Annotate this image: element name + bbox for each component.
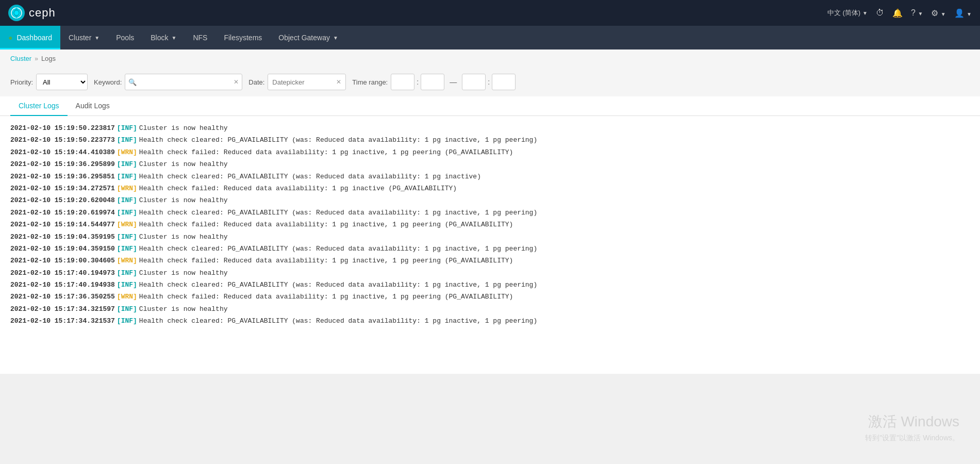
log-level: [WRN]	[117, 255, 137, 267]
filters-bar: Priority: All INF WRN ERR Keyword: 🔍 ✕ D…	[0, 68, 980, 96]
log-level: [INF]	[117, 158, 137, 170]
nav-item-cluster[interactable]: Cluster ▼	[60, 26, 108, 49]
nav-item-nfs[interactable]: NFS	[185, 26, 215, 49]
log-timestamp: 2021-02-10 15:17:34.321537	[10, 315, 115, 327]
keyword-input[interactable]	[139, 78, 231, 86]
keyword-clear-icon[interactable]: ✕	[234, 78, 239, 86]
time-end-wrap: 23 : 59	[462, 74, 516, 90]
log-message: Cluster is now healthy	[139, 231, 228, 243]
log-message: Cluster is now healthy	[139, 267, 228, 279]
log-message: Health check cleared: PG_AVAILABILITY (w…	[139, 279, 537, 291]
log-timestamp: 2021-02-10 15:19:44.410389	[10, 146, 115, 158]
log-timestamp: 2021-02-10 15:17:36.350255	[10, 291, 115, 303]
lang-label: 中文 (简体)	[827, 8, 860, 18]
topbar-right: 中文 (简体) ▼ ⏱ 🔔 ? ▼ ⚙ ▼ 👤 ▼	[827, 8, 972, 18]
log-message: Health check cleared: PG_AVAILABILITY (w…	[139, 207, 537, 219]
log-message: Health check failed: Reduced data availa…	[139, 291, 513, 303]
log-entry: 2021-02-10 15:19:50.223773 [INF] Health …	[10, 134, 970, 146]
time-start-hour[interactable]: 00	[391, 74, 414, 90]
log-message: Health check failed: Reduced data availa…	[139, 146, 513, 158]
object-gateway-dropdown-icon: ▼	[333, 35, 338, 41]
help-icon[interactable]: ? ▼	[911, 8, 923, 18]
nav-item-block[interactable]: Block ▼	[142, 26, 185, 49]
time-colon-1: :	[417, 78, 419, 86]
keyword-label: Keyword:	[94, 78, 122, 86]
log-entry: 2021-02-10 15:17:36.350255 [WRN] Health …	[10, 291, 970, 303]
nav-object-gateway-label: Object Gateway	[278, 34, 330, 42]
nav-cluster-label: Cluster	[69, 34, 91, 42]
date-filter-group: Date: ✕	[248, 74, 346, 90]
logo-icon	[8, 5, 25, 21]
user-icon[interactable]: 👤 ▼	[954, 8, 972, 18]
priority-select[interactable]: All INF WRN ERR	[36, 74, 88, 90]
cluster-dropdown-icon: ▼	[94, 35, 99, 41]
time-end-hour[interactable]: 23	[462, 74, 486, 90]
datepicker-clear-icon[interactable]: ✕	[336, 78, 341, 86]
user-arrow-icon: ▼	[967, 11, 972, 17]
log-message: Health check cleared: PG_AVAILABILITY (w…	[139, 134, 537, 146]
log-entry: 2021-02-10 15:19:14.544977 [WRN] Health …	[10, 219, 970, 230]
priority-label: Priority:	[10, 78, 33, 86]
log-timestamp: 2021-02-10 15:19:36.295851	[10, 171, 115, 183]
log-message: Cluster is now healthy	[139, 158, 228, 170]
log-level: [INF]	[117, 171, 137, 183]
help-label: ?	[911, 8, 916, 17]
nav-item-object-gateway[interactable]: Object Gateway ▼	[270, 26, 346, 49]
log-level: [WRN]	[117, 183, 137, 194]
log-message: Health check failed: Reduced data availa…	[139, 255, 513, 267]
log-level: [WRN]	[117, 291, 137, 303]
log-level: [INF]	[117, 134, 137, 146]
log-level: [INF]	[117, 122, 137, 134]
tab-cluster-logs[interactable]: Cluster Logs	[10, 96, 68, 116]
log-message: Health check cleared: PG_AVAILABILITY (w…	[139, 243, 537, 255]
log-level: [INF]	[117, 231, 137, 243]
datepicker-input[interactable]	[272, 78, 334, 86]
breadcrumb-logs: Logs	[41, 55, 56, 62]
log-timestamp: 2021-02-10 15:17:40.194973	[10, 267, 115, 279]
log-container: 2021-02-10 15:19:50.223817 [INF] Cluster…	[0, 116, 980, 374]
log-timestamp: 2021-02-10 15:19:36.295899	[10, 158, 115, 170]
log-level: [INF]	[117, 279, 137, 291]
keyword-input-wrap: 🔍 ✕	[125, 74, 242, 90]
log-entry: 2021-02-10 15:17:40.194973 [INF] Cluster…	[10, 267, 970, 279]
log-entry: 2021-02-10 15:17:34.321597 [INF] Cluster…	[10, 303, 970, 315]
log-level: [INF]	[117, 194, 137, 206]
time-start-wrap: 00 : 00	[391, 74, 444, 90]
breadcrumb-cluster[interactable]: Cluster	[10, 55, 31, 62]
nav-nfs-label: NFS	[193, 34, 207, 42]
gear-arrow-icon: ▼	[941, 11, 946, 17]
priority-filter-group: Priority: All INF WRN ERR	[10, 74, 88, 90]
log-message: Health check failed: Reduced data availa…	[139, 219, 513, 230]
log-level: [WRN]	[117, 219, 137, 230]
bell-icon[interactable]: 🔔	[892, 8, 903, 18]
nav-pools-label: Pools	[116, 34, 134, 42]
settings-icon[interactable]: ⚙ ▼	[931, 8, 945, 18]
nav-block-label: Block	[151, 34, 168, 42]
nav-filesystems-label: Filesystems	[224, 34, 262, 42]
time-start-minute[interactable]: 00	[421, 74, 444, 90]
nav-item-filesystems[interactable]: Filesystems	[215, 26, 270, 49]
logo: ceph	[8, 5, 56, 21]
time-end-minute[interactable]: 59	[492, 74, 516, 90]
timer-icon[interactable]: ⏱	[876, 8, 884, 18]
nav-item-dashboard[interactable]: ● Dashboard	[0, 26, 60, 49]
language-selector[interactable]: 中文 (简体) ▼	[827, 8, 868, 18]
log-timestamp: 2021-02-10 15:19:20.620048	[10, 194, 115, 206]
log-timestamp: 2021-02-10 15:19:20.619974	[10, 207, 115, 219]
tab-audit-logs[interactable]: Audit Logs	[68, 96, 118, 116]
nav-item-pools[interactable]: Pools	[108, 26, 142, 49]
log-entry: 2021-02-10 15:19:36.295851 [INF] Health …	[10, 171, 970, 183]
topbar: ceph 中文 (简体) ▼ ⏱ 🔔 ? ▼ ⚙ ▼ 👤 ▼	[0, 0, 980, 26]
log-timestamp: 2021-02-10 15:19:00.304605	[10, 255, 115, 267]
log-timestamp: 2021-02-10 15:19:04.359195	[10, 231, 115, 243]
breadcrumb: Cluster » Logs	[0, 49, 980, 68]
log-message: Cluster is now healthy	[139, 303, 228, 315]
svg-point-1	[14, 11, 19, 15]
log-level: [INF]	[117, 315, 137, 327]
gear-label: ⚙	[931, 9, 938, 18]
log-timestamp: 2021-02-10 15:19:50.223817	[10, 122, 115, 134]
log-level: [INF]	[117, 303, 137, 315]
log-timestamp: 2021-02-10 15:17:34.321597	[10, 303, 115, 315]
log-entry: 2021-02-10 15:19:04.359195 [INF] Cluster…	[10, 231, 970, 243]
date-label: Date:	[248, 78, 264, 86]
